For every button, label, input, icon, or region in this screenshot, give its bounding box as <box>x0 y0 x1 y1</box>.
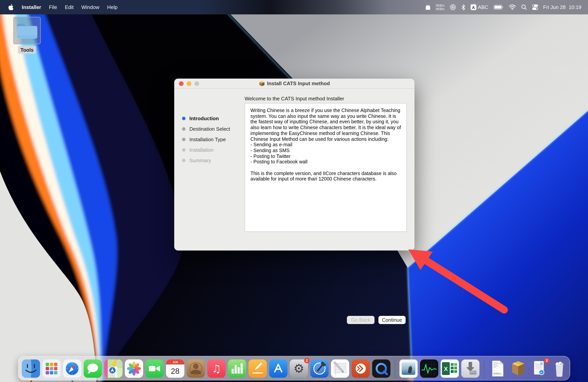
apple-menu-icon[interactable] <box>8 4 14 11</box>
menu-app-name[interactable]: Installer <box>22 4 41 10</box>
step-dot <box>182 138 186 141</box>
close-button[interactable] <box>179 81 184 86</box>
dock-item-calendar[interactable]: JUN 28 <box>166 359 184 378</box>
battery-icon[interactable] <box>493 4 504 11</box>
notification-badge: 2 <box>304 358 310 363</box>
window-title-bar[interactable]: Install CATS Input method <box>174 79 415 89</box>
network-speed[interactable]: 0KB/s 0KB/s <box>436 4 444 11</box>
svg-text:JUN: JUN <box>172 361 178 363</box>
notification-badge: 2 <box>544 358 549 363</box>
go-back-button[interactable]: Go Back <box>347 316 375 324</box>
dock-item-documents-stack[interactable]: 2 <box>530 359 548 378</box>
dock-item-messages[interactable] <box>84 359 102 378</box>
description-paragraph: This is the complete version, and IICore… <box>251 170 401 182</box>
menu-window[interactable]: Window <box>81 4 99 10</box>
airplay-icon[interactable] <box>450 4 456 11</box>
package-icon <box>259 81 265 86</box>
dock-item-installer[interactable] <box>461 359 480 378</box>
desktop: Installer File Edit Window Help 0KB/s 0K… <box>0 0 588 382</box>
dock-item-activity-monitor[interactable] <box>420 359 438 378</box>
dock-item-launchpad[interactable] <box>42 359 61 378</box>
installer-window: Install CATS Input method Welcome to the… <box>174 79 415 251</box>
folder-selection-highlight <box>13 17 41 44</box>
continue-button[interactable]: Continue <box>378 316 406 324</box>
dock-item-maps[interactable] <box>104 359 123 378</box>
dock-item-shell-script[interactable]: SHELL <box>488 359 507 378</box>
svg-text:SHELL: SHELL <box>493 372 502 375</box>
folder-label-bg: Tools <box>18 46 36 54</box>
bluetooth-icon[interactable] <box>461 4 465 10</box>
desktop-folder-tools[interactable]: Tools <box>13 17 41 54</box>
dock-item-system-settings[interactable]: ⚙ 2 <box>290 359 308 378</box>
step-dot <box>182 159 186 162</box>
spotlight-icon[interactable] <box>521 4 527 10</box>
running-indicator <box>30 380 32 382</box>
installer-description-pane[interactable]: Writing Chinese is a breeze if you use t… <box>245 103 407 232</box>
svg-text:♫: ♫ <box>212 362 221 375</box>
dock-item-remote-desktop[interactable] <box>352 359 370 378</box>
dock-item-facetime[interactable] <box>146 359 164 378</box>
wifi-icon[interactable] <box>508 4 516 10</box>
dock-item-contacts[interactable] <box>187 359 205 378</box>
window-title: Install CATS Input method <box>267 81 330 86</box>
dock-item-xcode[interactable] <box>310 359 329 378</box>
menu-bar: Installer File Edit Window Help 0KB/s 0K… <box>0 0 588 14</box>
step-introduction: Introduction <box>182 113 230 124</box>
dock-item-media-utility[interactable] <box>399 359 418 378</box>
step-summary: Summary <box>182 155 230 166</box>
dock: JUN 28 ♫ <box>18 356 570 381</box>
dock-item-package[interactable] <box>509 359 527 378</box>
folder-icon <box>16 22 38 39</box>
step-destination-select: Destination Select <box>182 124 230 134</box>
dock-item-safari[interactable] <box>63 359 81 378</box>
step-dot <box>182 148 186 152</box>
zoom-button[interactable] <box>194 81 199 86</box>
input-source-icon: A <box>471 4 476 10</box>
step-installation: Installation <box>182 145 230 155</box>
svg-text:X: X <box>444 365 448 372</box>
dock-item-quicktime[interactable] <box>372 359 390 378</box>
menu-clock[interactable]: Fri Jun 28 10:19 <box>543 4 581 10</box>
dock-separator <box>395 359 395 378</box>
folder-label: Tools <box>21 47 33 53</box>
running-indicator <box>71 380 73 382</box>
dock-item-pages[interactable] <box>249 359 267 378</box>
dock-item-music[interactable]: ♫ <box>207 359 226 378</box>
dock-item-trash[interactable] <box>550 359 568 378</box>
input-source-menu[interactable]: A ABC <box>471 4 488 10</box>
menu-help[interactable]: Help <box>107 4 118 10</box>
dock-item-photos[interactable] <box>125 359 143 378</box>
step-dot <box>182 127 186 131</box>
dock-item-numbers[interactable] <box>228 359 246 378</box>
running-indicator <box>470 380 471 382</box>
dock-item-excel[interactable]: X <box>441 359 459 378</box>
minimize-button[interactable] <box>187 81 191 86</box>
dock-item-app-store[interactable] <box>269 359 287 378</box>
dock-separator <box>484 359 484 378</box>
description-paragraph: Writing Chinese is a breeze if you use t… <box>251 108 401 165</box>
step-installation-type: Installation Type <box>182 134 230 145</box>
installer-heading: Welcome to the CATS Input method Install… <box>174 96 415 102</box>
dock-item-textedit[interactable] <box>331 359 349 378</box>
step-dot <box>182 117 186 120</box>
cat-monitor-icon[interactable] <box>424 4 431 11</box>
svg-text:28: 28 <box>171 367 180 375</box>
menu-edit[interactable]: Edit <box>65 4 74 10</box>
installer-steps: Introduction Destination Select Installa… <box>182 113 230 166</box>
dock-item-finder[interactable] <box>22 359 40 378</box>
control-center-icon[interactable] <box>532 4 538 10</box>
svg-text:⚙: ⚙ <box>294 361 304 375</box>
menu-file[interactable]: File <box>49 4 57 10</box>
